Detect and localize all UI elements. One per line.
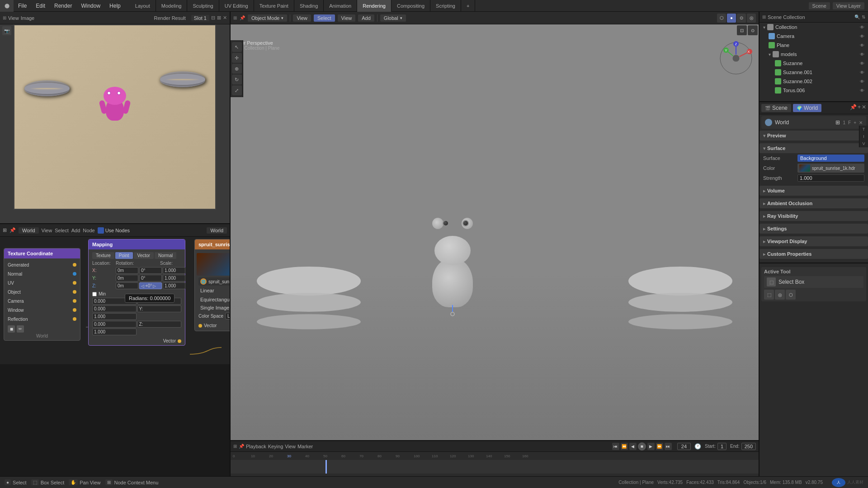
props-tab-view[interactable]: V (859, 140, 868, 147)
node-add-btn[interactable]: Add (71, 228, 80, 233)
mapping-tab-vector[interactable]: Vector (134, 252, 154, 259)
tab-animation[interactable]: Animation (324, 0, 357, 12)
outliner-filter-btn[interactable]: 🔍 (854, 14, 860, 19)
outliner-sort-btn[interactable]: ⇅ (862, 14, 865, 19)
props-tab-tool[interactable]: T (859, 126, 868, 133)
tab-texture-paint[interactable]: Texture Paint (254, 0, 294, 12)
scene-selector[interactable]: Scene (809, 2, 830, 9)
timeline-pin-btn[interactable]: 📌 (239, 444, 244, 449)
plane-visibility[interactable]: 👁 (860, 43, 864, 48)
new-icon[interactable]: + (858, 104, 861, 112)
close-icon[interactable]: ✕ (862, 104, 866, 112)
background-selector[interactable]: Background (797, 155, 864, 162)
stop-btn[interactable]: ■ (638, 442, 646, 450)
editor-type-btn[interactable]: ⊞ (3, 227, 7, 233)
color-space-value[interactable]: Line (225, 313, 230, 319)
node-pin-btn[interactable]: 📌 (9, 227, 16, 233)
node-context-btn[interactable]: ⊞ (105, 479, 113, 485)
min-checkbox[interactable] (92, 292, 97, 296)
texture-coordinate-node[interactable]: Texture Coordinate Generated Normal UV (4, 248, 80, 341)
overlay-btn[interactable]: ⊡ (737, 25, 747, 35)
use-nodes-checkbox[interactable] (98, 227, 104, 234)
rot-y[interactable]: 0° (139, 275, 162, 282)
select-mode-btn[interactable]: ● (5, 479, 11, 485)
jump-start-btn[interactable]: ⏮ (612, 443, 619, 450)
outliner-torus[interactable]: Torus.006 👁 (760, 86, 868, 95)
outliner-models[interactable]: ▾ models 👁 (760, 50, 868, 59)
outliner-collection[interactable]: ▾ Collection 👁 (760, 23, 868, 32)
node-color-btn[interactable]: ◼ (8, 325, 15, 333)
wireframe-btn[interactable]: ⬡ (717, 14, 726, 23)
viewport-display-header[interactable]: ▸ Viewport Display (760, 236, 868, 246)
tab-sculpting[interactable]: Sculpting (187, 0, 219, 12)
world-new-btn[interactable]: + (854, 120, 856, 125)
suzanne-visibility[interactable]: 👁 (860, 61, 864, 66)
torus-visibility[interactable]: 👁 (860, 88, 864, 93)
preview-header[interactable]: ▾ Preview (760, 131, 868, 141)
node-world-selector[interactable]: World (207, 227, 227, 234)
menu-edit[interactable]: Edit (31, 0, 50, 12)
models-visibility[interactable]: 👁 (860, 52, 864, 57)
props-tab-item[interactable]: I (859, 133, 868, 140)
rotate-tool[interactable]: ↻ (232, 75, 242, 84)
jump-end-btn[interactable]: ⏭ (665, 443, 672, 450)
node-view-btn[interactable]: View (42, 228, 52, 233)
camera-visibility[interactable]: 👁 (860, 34, 864, 39)
tab-shading[interactable]: Shading (294, 0, 324, 12)
outliner-camera[interactable]: Camera 👁 (760, 32, 868, 41)
navigation-gizmo[interactable]: X Y Z (718, 40, 754, 76)
render-view-btn[interactable]: View (8, 15, 19, 21)
select-tool[interactable]: ↖ (232, 42, 242, 52)
node-select-btn[interactable]: Select (55, 228, 69, 233)
max-z-val[interactable]: 1.000 (92, 328, 137, 335)
gizmo-btn[interactable]: ⊙ (748, 25, 758, 35)
mapping-tab-normal[interactable]: Normal (155, 252, 176, 259)
viewport-object-btn[interactable]: Add (358, 14, 374, 22)
scene-tab[interactable]: 🎬 Scene (761, 104, 791, 112)
world-fake-user-btn[interactable]: F (848, 120, 851, 125)
tab-add[interactable]: + (461, 0, 475, 12)
viewport-type-btn[interactable]: ⊞ (233, 15, 237, 20)
viewport-select-btn[interactable]: Select (314, 14, 335, 22)
timeline-scrub-area[interactable] (231, 460, 759, 474)
rot-z[interactable]: ◁ +0° ▷ (139, 282, 162, 289)
scale-y[interactable]: 1.000 (163, 275, 185, 282)
keying-label[interactable]: Keying (268, 444, 283, 449)
min-y-val[interactable]: 0.000 (92, 305, 137, 312)
tool-icon-1[interactable]: ⬚ (764, 290, 774, 300)
custom-props-header[interactable]: ▸ Custom Properties (760, 249, 868, 259)
timeline-ruler-area[interactable]: 0 10 20 30 40 50 60 70 80 90 100 110 120… (231, 452, 759, 475)
timeline-view-label[interactable]: View (285, 444, 296, 449)
world-tab[interactable]: 🌍 World (793, 104, 821, 112)
scale-z[interactable]: 1.000 (163, 282, 185, 289)
cursor-tool[interactable]: ✛ (232, 53, 242, 63)
scale-x[interactable]: 1.000 (163, 267, 185, 274)
playback-label[interactable]: Playback (246, 444, 266, 449)
image-texture-node[interactable]: spruit_sunrise_1k.hdr 🌐 spruit_sunrise_1… (194, 239, 230, 331)
option-linear[interactable]: Linear (197, 286, 230, 295)
outliner-suzanne-001[interactable]: Suzanne.001 👁 (760, 68, 868, 77)
end-frame-input[interactable]: 250 (741, 443, 756, 450)
transform-selector[interactable]: Global ▾ (380, 14, 406, 22)
pan-view-btn[interactable]: ✋ (69, 479, 78, 485)
mapping-tab-point[interactable]: Point (115, 252, 133, 259)
menu-file[interactable]: File (14, 0, 31, 12)
volume-header[interactable]: ▸ Volume (760, 186, 868, 196)
viewport-add-btn[interactable]: View (338, 14, 356, 22)
loc-x[interactable]: 0m (116, 267, 138, 274)
outliner-suzanne-002[interactable]: Suzanne.002 👁 (760, 77, 868, 86)
viewport-view-btn[interactable]: View (293, 14, 311, 22)
rendered-btn[interactable]: ◎ (747, 14, 756, 23)
mode-selector[interactable]: Object Mode ▾ (248, 14, 287, 22)
node-world-label[interactable]: World (19, 227, 39, 234)
node-edit-btn[interactable]: ✏ (17, 325, 24, 333)
box-select-btn[interactable]: ⬚ (31, 479, 39, 485)
next-frame-btn[interactable]: ⏩ (656, 443, 663, 450)
color-value-btn[interactable]: spruit_sunrise_1k.hdr (797, 164, 864, 173)
tab-rendering[interactable]: Rendering (357, 0, 392, 12)
tab-uv-editing[interactable]: UV Editing (219, 0, 254, 12)
mapping-node[interactable]: Mapping Texture Point Vector Normal (88, 239, 185, 346)
move-tool[interactable]: ⊕ (232, 64, 242, 74)
suzanne002-visibility[interactable]: 👁 (860, 79, 864, 84)
menu-render[interactable]: Render (50, 0, 76, 12)
